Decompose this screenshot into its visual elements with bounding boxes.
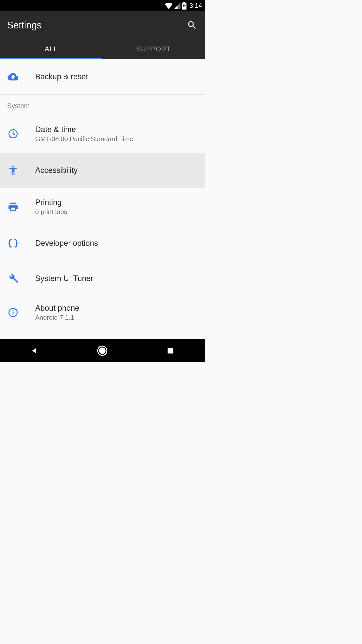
section-header-system: System (0, 95, 205, 115)
navigation-bar (0, 339, 205, 362)
cell-signal-icon (174, 3, 181, 9)
tab-all[interactable]: ALL (0, 39, 102, 59)
status-bar: 85 3:14 (0, 0, 205, 11)
braces-icon (8, 238, 19, 249)
status-time: 3:14 (189, 2, 202, 10)
row-subtitle: Android 7.1.1 (35, 314, 200, 321)
battery-icon: 85 (182, 2, 187, 10)
row-title: Accessibility (35, 166, 200, 175)
row-subtitle: 0 print jobs (35, 208, 200, 216)
tab-indicator (0, 58, 102, 59)
svg-text:85: 85 (183, 4, 186, 7)
svg-point-6 (99, 347, 106, 354)
row-title: System UI Tuner (35, 274, 200, 283)
row-subtitle: GMT-08:00 Pacific Standard Time (35, 135, 200, 143)
back-button[interactable] (28, 345, 40, 356)
home-icon (97, 345, 108, 356)
square-icon (167, 347, 174, 354)
row-about-phone[interactable]: About phone Android 7.1.1 (0, 296, 205, 329)
row-title: Printing (35, 198, 200, 207)
search-icon (187, 20, 197, 30)
printer-icon (8, 201, 19, 212)
search-button[interactable] (187, 20, 198, 31)
row-title: Date & time (35, 125, 200, 134)
row-system-ui-tuner[interactable]: System UI Tuner (0, 261, 205, 296)
row-date-time[interactable]: Date & time GMT-08:00 Pacific Standard T… (0, 115, 205, 153)
row-title: About phone (35, 304, 200, 313)
row-printing[interactable]: Printing 0 print jobs (0, 188, 205, 226)
row-backup-reset[interactable]: Backup & reset (0, 59, 205, 94)
settings-list: Backup & reset System Date & time GMT-08… (0, 59, 205, 339)
row-developer-options[interactable]: Developer options (0, 226, 205, 261)
row-accessibility[interactable]: Accessibility (0, 153, 205, 188)
tab-support[interactable]: SUPPORT (102, 39, 205, 59)
tabs: ALL SUPPORT (0, 39, 205, 59)
wrench-icon (8, 273, 19, 284)
home-button[interactable] (97, 345, 108, 356)
svg-point-4 (13, 310, 14, 311)
wifi-icon (165, 3, 173, 9)
cloud-upload-icon (8, 71, 19, 82)
svg-rect-3 (13, 312, 14, 314)
row-title: Developer options (35, 239, 200, 248)
recents-button[interactable] (165, 345, 176, 356)
accessibility-icon (8, 165, 19, 176)
info-icon (8, 307, 19, 318)
app-bar: Settings (0, 11, 205, 39)
row-title: Backup & reset (35, 72, 200, 81)
clock-icon (8, 128, 19, 139)
svg-rect-7 (168, 348, 173, 354)
page-title: Settings (7, 20, 41, 31)
back-icon (30, 346, 38, 355)
